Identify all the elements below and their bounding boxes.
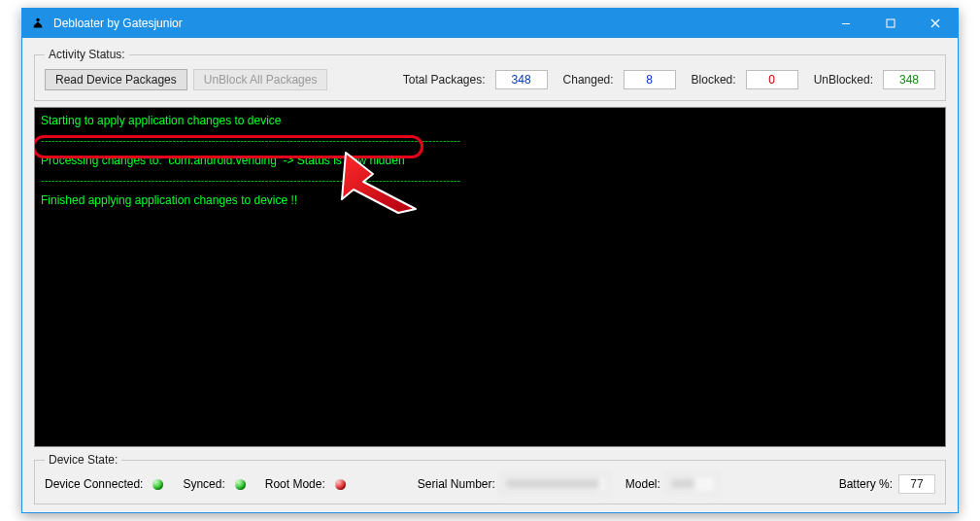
model-value: XXX xyxy=(666,474,717,494)
maximize-button[interactable] xyxy=(868,9,913,38)
minimize-button[interactable] xyxy=(824,9,868,38)
device-connected-label: Device Connected: xyxy=(45,477,143,491)
titlebar[interactable]: Debloater by Gatesjunior xyxy=(22,9,958,38)
battery-value: 77 xyxy=(898,474,935,494)
close-button[interactable] xyxy=(913,9,958,38)
activity-status-group: Activity Status: Read Device Packages Un… xyxy=(34,48,946,101)
console-line: Finished applying application changes to… xyxy=(41,191,939,210)
total-packages-value: 348 xyxy=(495,70,548,89)
svg-rect-2 xyxy=(887,19,895,27)
model-label: Model: xyxy=(625,477,660,491)
synced-label: Synced: xyxy=(183,477,224,491)
console-divider: ----------------------------------------… xyxy=(41,172,939,190)
activity-status-legend: Activity Status: xyxy=(45,48,129,61)
root-mode-label: Root Mode: xyxy=(265,477,325,491)
device-state-legend: Device State: xyxy=(45,453,121,467)
console-line: Processing changes to: com.android.vendi… xyxy=(41,152,939,170)
app-window: Debloater by Gatesjunior Activity Status… xyxy=(21,8,959,513)
device-connected-indicator-icon xyxy=(152,479,163,490)
total-packages-label: Total Packages: xyxy=(403,73,486,87)
console-output[interactable]: Starting to apply application changes to… xyxy=(35,108,945,446)
app-icon xyxy=(30,16,46,31)
blocked-label: Blocked: xyxy=(692,73,736,87)
changed-value: 8 xyxy=(624,70,676,89)
unblocked-label: UnBlocked: xyxy=(814,73,873,87)
read-device-packages-button[interactable]: Read Device Packages xyxy=(45,69,187,90)
blocked-value: 0 xyxy=(746,70,798,89)
serial-number-label: Serial Number: xyxy=(418,477,495,491)
svg-rect-1 xyxy=(842,23,850,24)
device-state-group: Device State: Device Connected: Synced: … xyxy=(34,453,946,504)
serial-number-value: XXXXXXXXXXXX xyxy=(501,474,608,494)
changed-label: Changed: xyxy=(563,73,614,87)
battery-label: Battery %: xyxy=(839,477,893,491)
svg-point-0 xyxy=(36,18,40,22)
console-divider: ----------------------------------------… xyxy=(41,132,939,150)
console-line: Starting to apply application changes to… xyxy=(41,112,939,130)
window-title: Debloater by Gatesjunior xyxy=(53,17,824,30)
root-mode-indicator-icon xyxy=(335,479,346,490)
unblocked-value: 348 xyxy=(883,70,935,89)
synced-indicator-icon xyxy=(235,479,246,490)
console-panel: Starting to apply application changes to… xyxy=(34,107,946,447)
client-area: Activity Status: Read Device Packages Un… xyxy=(22,38,958,512)
unblock-all-packages-button: UnBlock All Packages xyxy=(193,69,328,90)
